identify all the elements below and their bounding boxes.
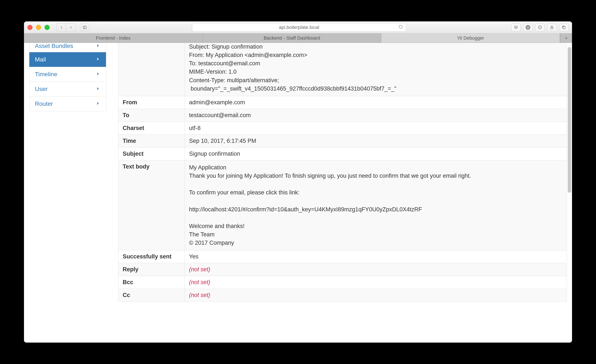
info-button[interactable] xyxy=(535,23,545,31)
table-row: Subject Signup confirmation xyxy=(118,147,567,160)
table-row: Bcc (not set) xyxy=(118,276,567,289)
chevron-right-icon xyxy=(96,43,100,50)
sidebar-item-mail[interactable]: Mail xyxy=(29,52,106,67)
debug-sidebar: Asset Bundles Mail Timeline xyxy=(29,43,106,342)
headers-value: Subject: Signup confirmation From: My Ap… xyxy=(189,43,562,93)
table-row: Successfully sent Yes xyxy=(118,250,567,263)
textbody-label: Text body xyxy=(118,160,185,250)
browser-window: api.boilerplate.local U Frontend xyxy=(24,22,572,342)
chevron-right-icon xyxy=(96,71,100,78)
table-row: Time Sep 10, 2017, 6:17:45 PM xyxy=(118,134,567,147)
sidebar-item-timeline[interactable]: Timeline xyxy=(29,67,106,82)
titlebar: api.boilerplate.local U xyxy=(24,22,572,33)
forward-button[interactable] xyxy=(66,23,75,31)
table-row: To testaccount@email.com xyxy=(118,109,567,122)
back-button[interactable] xyxy=(57,23,66,31)
new-tab-button[interactable] xyxy=(560,33,572,43)
reload-icon[interactable] xyxy=(399,25,403,30)
headers-label xyxy=(118,43,185,96)
time-value: Sep 10, 2017, 6:17:45 PM xyxy=(185,134,567,147)
from-value: admin@example.com xyxy=(185,96,567,109)
scrollbar-thumb[interactable] xyxy=(568,47,571,193)
window-controls xyxy=(27,25,50,30)
tab-frontend[interactable]: Frontend - Index xyxy=(24,33,203,43)
to-value: testaccount@email.com xyxy=(185,109,567,122)
reply-value: (not set) xyxy=(189,266,210,273)
svg-rect-6 xyxy=(563,26,565,29)
cc-label: Cc xyxy=(118,289,185,302)
sidebar-item-user[interactable]: User xyxy=(29,82,106,97)
tab-backend[interactable]: Backend - Staff Dashboard xyxy=(203,33,381,43)
sidebar-toggle-button[interactable] xyxy=(80,23,89,31)
chevron-right-icon xyxy=(96,56,100,63)
from-label: From xyxy=(118,96,185,109)
pocket-button[interactable] xyxy=(511,23,521,31)
toolbar-right: U xyxy=(511,23,569,31)
cc-value: (not set) xyxy=(189,292,210,298)
share-button[interactable] xyxy=(547,23,557,31)
tab-debugger[interactable]: Yii Debugger xyxy=(381,33,560,43)
chevron-right-icon xyxy=(96,100,100,107)
minimize-window-button[interactable] xyxy=(36,25,41,30)
tabs-button[interactable] xyxy=(559,23,569,31)
url-text: api.boilerplate.local xyxy=(279,25,319,30)
table-row: Cc (not set) xyxy=(118,289,567,302)
table-row: Reply (not set) xyxy=(118,263,567,276)
url-bar[interactable]: api.boilerplate.local xyxy=(192,23,406,32)
sent-value: Yes xyxy=(185,250,567,263)
ublock-icon: U xyxy=(526,25,530,30)
bcc-value: (not set) xyxy=(189,279,210,285)
subject-label: Subject xyxy=(118,147,185,160)
close-window-button[interactable] xyxy=(27,25,33,30)
svg-rect-0 xyxy=(83,26,87,29)
reply-label: Reply xyxy=(118,263,185,276)
mail-detail: Subject: Signup confirmation From: My Ap… xyxy=(118,43,567,342)
zoom-window-button[interactable] xyxy=(45,25,50,30)
textbody-value: My Application Thank you for joining My … xyxy=(189,163,562,247)
table-row: From admin@example.com xyxy=(118,96,567,109)
bcc-label: Bcc xyxy=(118,276,185,289)
tab-bar: Frontend - Index Backend - Staff Dashboa… xyxy=(24,33,572,43)
nav-back-forward xyxy=(57,23,76,31)
table-row: Text body My Application Thank you for j… xyxy=(118,160,567,250)
charset-value: utf-8 xyxy=(185,122,567,134)
chevron-right-icon xyxy=(96,86,100,92)
to-label: To xyxy=(118,109,185,122)
sent-label: Successfully sent xyxy=(118,250,185,263)
charset-label: Charset xyxy=(118,122,185,134)
ublock-button[interactable]: U xyxy=(523,23,533,31)
svg-point-4 xyxy=(540,26,540,27)
page-content: Asset Bundles Mail Timeline xyxy=(24,43,572,342)
subject-value: Signup confirmation xyxy=(185,147,567,160)
vertical-scrollbar[interactable] xyxy=(568,47,571,338)
sidebar-item-asset-bundles[interactable]: Asset Bundles xyxy=(29,43,106,52)
table-row: Subject: Signup confirmation From: My Ap… xyxy=(118,43,567,96)
time-label: Time xyxy=(118,134,185,147)
sidebar-item-router[interactable]: Router xyxy=(29,97,106,111)
table-row: Charset utf-8 xyxy=(118,122,567,134)
mail-detail-table: Subject: Signup confirmation From: My Ap… xyxy=(118,43,567,302)
